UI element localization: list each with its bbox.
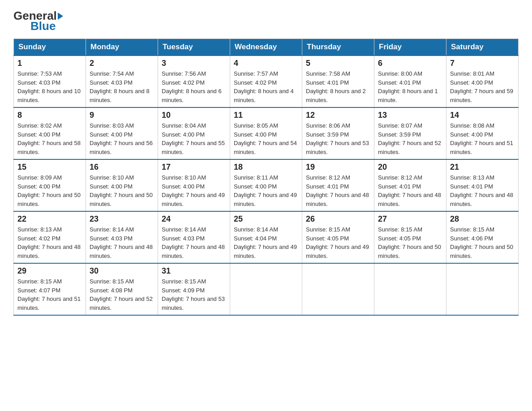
calendar-week-row: 29 Sunrise: 8:15 AM Sunset: 4:07 PM Dayl…: [14, 263, 519, 315]
calendar-cell: 15 Sunrise: 8:09 AM Sunset: 4:00 PM Dayl…: [14, 159, 86, 211]
calendar-cell: 24 Sunrise: 8:14 AM Sunset: 4:03 PM Dayl…: [158, 211, 230, 263]
day-number: 7: [450, 59, 515, 68]
day-info: Sunrise: 8:13 AM Sunset: 4:01 PM Dayligh…: [450, 173, 515, 208]
day-info: Sunrise: 8:15 AM Sunset: 4:06 PM Dayligh…: [450, 225, 515, 260]
calendar-table: SundayMondayTuesdayWednesdayThursdayFrid…: [13, 39, 519, 316]
calendar-cell: 3 Sunrise: 7:56 AM Sunset: 4:02 PM Dayli…: [158, 56, 230, 107]
calendar-cell: 11 Sunrise: 8:05 AM Sunset: 4:00 PM Dayl…: [230, 107, 302, 159]
calendar-cell: 4 Sunrise: 7:57 AM Sunset: 4:02 PM Dayli…: [230, 56, 302, 107]
day-number: 10: [162, 111, 226, 120]
calendar-cell: 1 Sunrise: 7:53 AM Sunset: 4:03 PM Dayli…: [14, 56, 86, 107]
day-info: Sunrise: 7:53 AM Sunset: 4:03 PM Dayligh…: [17, 69, 82, 104]
day-info: Sunrise: 8:12 AM Sunset: 4:01 PM Dayligh…: [306, 173, 370, 208]
calendar-cell: 12 Sunrise: 8:06 AM Sunset: 3:59 PM Dayl…: [302, 107, 374, 159]
day-info: Sunrise: 8:14 AM Sunset: 4:04 PM Dayligh…: [234, 225, 298, 260]
col-header-thursday: Thursday: [302, 39, 374, 56]
col-header-monday: Monday: [86, 39, 158, 56]
day-info: Sunrise: 8:12 AM Sunset: 4:01 PM Dayligh…: [378, 173, 442, 208]
calendar-cell: 28 Sunrise: 8:15 AM Sunset: 4:06 PM Dayl…: [446, 211, 519, 263]
calendar-cell: [230, 263, 302, 315]
calendar-cell: 16 Sunrise: 8:10 AM Sunset: 4:00 PM Dayl…: [86, 159, 158, 211]
day-number: 22: [17, 214, 82, 224]
calendar-cell: 2 Sunrise: 7:54 AM Sunset: 4:03 PM Dayli…: [86, 56, 158, 107]
day-number: 26: [306, 214, 370, 224]
day-info: Sunrise: 8:10 AM Sunset: 4:00 PM Dayligh…: [162, 173, 226, 208]
day-info: Sunrise: 8:11 AM Sunset: 4:00 PM Dayligh…: [234, 173, 298, 208]
calendar-cell: 5 Sunrise: 7:58 AM Sunset: 4:01 PM Dayli…: [302, 56, 374, 107]
day-info: Sunrise: 7:58 AM Sunset: 4:01 PM Dayligh…: [306, 69, 370, 104]
calendar-cell: 20 Sunrise: 8:12 AM Sunset: 4:01 PM Dayl…: [374, 159, 446, 211]
day-number: 30: [90, 266, 154, 276]
day-number: 24: [162, 214, 226, 224]
calendar-cell: [302, 263, 374, 315]
day-info: Sunrise: 8:09 AM Sunset: 4:00 PM Dayligh…: [17, 173, 82, 208]
day-info: Sunrise: 8:06 AM Sunset: 3:59 PM Dayligh…: [306, 121, 370, 156]
day-info: Sunrise: 8:04 AM Sunset: 4:00 PM Dayligh…: [162, 121, 226, 156]
day-number: 12: [306, 111, 370, 120]
calendar-cell: 29 Sunrise: 8:15 AM Sunset: 4:07 PM Dayl…: [14, 263, 86, 315]
day-info: Sunrise: 8:14 AM Sunset: 4:03 PM Dayligh…: [90, 225, 154, 260]
logo: General Blue: [13, 9, 64, 33]
day-info: Sunrise: 8:03 AM Sunset: 4:00 PM Dayligh…: [90, 121, 154, 156]
col-header-wednesday: Wednesday: [230, 39, 302, 56]
calendar-cell: 27 Sunrise: 8:15 AM Sunset: 4:05 PM Dayl…: [374, 211, 446, 263]
col-header-sunday: Sunday: [14, 39, 86, 56]
calendar-cell: 13 Sunrise: 8:07 AM Sunset: 3:59 PM Dayl…: [374, 107, 446, 159]
day-info: Sunrise: 7:56 AM Sunset: 4:02 PM Dayligh…: [162, 69, 226, 104]
day-info: Sunrise: 8:14 AM Sunset: 4:03 PM Dayligh…: [162, 225, 226, 260]
day-number: 17: [162, 163, 226, 172]
day-info: Sunrise: 8:10 AM Sunset: 4:00 PM Dayligh…: [90, 173, 154, 208]
logo-arrow-icon: [58, 13, 63, 20]
calendar-header-row: SundayMondayTuesdayWednesdayThursdayFrid…: [14, 39, 519, 56]
day-number: 3: [162, 59, 226, 68]
day-number: 25: [234, 214, 298, 224]
calendar-cell: 26 Sunrise: 8:15 AM Sunset: 4:05 PM Dayl…: [302, 211, 374, 263]
day-info: Sunrise: 8:15 AM Sunset: 4:05 PM Dayligh…: [378, 225, 442, 260]
calendar-cell: 21 Sunrise: 8:13 AM Sunset: 4:01 PM Dayl…: [446, 159, 519, 211]
day-number: 11: [234, 111, 298, 120]
day-info: Sunrise: 8:15 AM Sunset: 4:07 PM Dayligh…: [17, 277, 82, 312]
day-number: 16: [90, 163, 154, 172]
calendar-week-row: 15 Sunrise: 8:09 AM Sunset: 4:00 PM Dayl…: [14, 159, 519, 211]
col-header-saturday: Saturday: [446, 39, 519, 56]
calendar-cell: 23 Sunrise: 8:14 AM Sunset: 4:03 PM Dayl…: [86, 211, 158, 263]
calendar-cell: 30 Sunrise: 8:15 AM Sunset: 4:08 PM Dayl…: [86, 263, 158, 315]
day-number: 18: [234, 163, 298, 172]
calendar-cell: 19 Sunrise: 8:12 AM Sunset: 4:01 PM Dayl…: [302, 159, 374, 211]
calendar-cell: 8 Sunrise: 8:02 AM Sunset: 4:00 PM Dayli…: [14, 107, 86, 159]
calendar-cell: 9 Sunrise: 8:03 AM Sunset: 4:00 PM Dayli…: [86, 107, 158, 159]
day-info: Sunrise: 8:15 AM Sunset: 4:08 PM Dayligh…: [90, 277, 154, 312]
day-number: 14: [450, 111, 515, 120]
col-header-friday: Friday: [374, 39, 446, 56]
day-number: 8: [17, 111, 82, 120]
day-number: 31: [162, 266, 226, 276]
calendar-cell: 25 Sunrise: 8:14 AM Sunset: 4:04 PM Dayl…: [230, 211, 302, 263]
day-info: Sunrise: 8:15 AM Sunset: 4:09 PM Dayligh…: [162, 277, 226, 312]
day-number: 2: [90, 59, 154, 68]
calendar-week-row: 22 Sunrise: 8:13 AM Sunset: 4:02 PM Dayl…: [14, 211, 519, 263]
calendar-cell: 17 Sunrise: 8:10 AM Sunset: 4:00 PM Dayl…: [158, 159, 230, 211]
day-info: Sunrise: 7:54 AM Sunset: 4:03 PM Dayligh…: [90, 69, 154, 104]
calendar-cell: [374, 263, 446, 315]
day-number: 9: [90, 111, 154, 120]
day-info: Sunrise: 8:01 AM Sunset: 4:00 PM Dayligh…: [450, 69, 515, 104]
calendar-cell: 7 Sunrise: 8:01 AM Sunset: 4:00 PM Dayli…: [446, 56, 519, 107]
day-info: Sunrise: 8:15 AM Sunset: 4:05 PM Dayligh…: [306, 225, 370, 260]
col-header-tuesday: Tuesday: [158, 39, 230, 56]
day-number: 13: [378, 111, 442, 120]
day-number: 20: [378, 163, 442, 172]
day-info: Sunrise: 8:13 AM Sunset: 4:02 PM Dayligh…: [17, 225, 82, 260]
day-info: Sunrise: 7:57 AM Sunset: 4:02 PM Dayligh…: [234, 69, 298, 104]
day-number: 1: [17, 59, 82, 68]
day-info: Sunrise: 8:08 AM Sunset: 4:00 PM Dayligh…: [450, 121, 515, 156]
day-number: 5: [306, 59, 370, 68]
calendar-cell: 10 Sunrise: 8:04 AM Sunset: 4:00 PM Dayl…: [158, 107, 230, 159]
page-header: General Blue: [13, 9, 519, 33]
day-info: Sunrise: 8:07 AM Sunset: 3:59 PM Dayligh…: [378, 121, 442, 156]
day-number: 23: [90, 214, 154, 224]
calendar-cell: 6 Sunrise: 8:00 AM Sunset: 4:01 PM Dayli…: [374, 56, 446, 107]
day-info: Sunrise: 8:02 AM Sunset: 4:00 PM Dayligh…: [17, 121, 82, 156]
logo-blue-text: Blue: [30, 19, 56, 33]
calendar-cell: 31 Sunrise: 8:15 AM Sunset: 4:09 PM Dayl…: [158, 263, 230, 315]
calendar-week-row: 8 Sunrise: 8:02 AM Sunset: 4:00 PM Dayli…: [14, 107, 519, 159]
